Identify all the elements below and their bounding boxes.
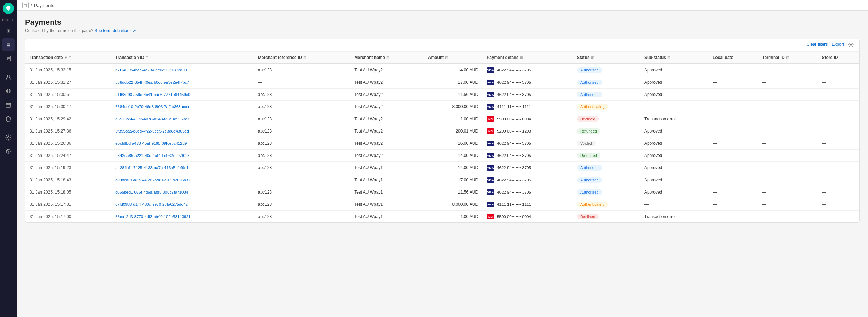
cell-terminal-id-10: — xyxy=(758,186,817,198)
cell-merchant-ref-2: abc123 xyxy=(254,89,350,101)
cell-merchant-ref-7: abc123 xyxy=(254,150,350,162)
cell-transaction-id-11: c7fd0988-d1f4-480c-99c0-23fa0275dc42 xyxy=(111,198,254,211)
transaction-id-link-11[interactable]: c7fd0988-d1f4-480c-99c0-23fa0275dc42 xyxy=(115,202,188,206)
filter-icon-amount[interactable]: ⊞ xyxy=(445,56,448,60)
status-badge-4: Declined xyxy=(577,116,599,122)
clear-filters-link[interactable]: Clear filters xyxy=(807,42,828,48)
cell-amount-3: 8,000.00 AUD xyxy=(424,101,482,113)
transaction-id-link-10[interactable]: c665bed1-076f-4d6a-afd5-306c2f971034 xyxy=(115,190,188,194)
filter-icon-merchant-name[interactable]: ⊞ xyxy=(386,56,389,60)
cell-transaction-date-8: 31 Jan 2025, 15:19:23 xyxy=(25,162,111,174)
sidebar-icon-shield[interactable] xyxy=(2,113,15,125)
sort-icon-transaction-date[interactable]: ▼ xyxy=(64,56,67,59)
status-badge-6: Voided xyxy=(577,141,596,146)
sidebar-icon-help[interactable] xyxy=(2,145,15,158)
filter-icon-payment-details[interactable]: ⊞ xyxy=(520,56,523,60)
svg-point-12 xyxy=(8,137,9,138)
cell-local-date-0: — xyxy=(708,64,758,76)
transaction-id-link-3[interactable]: 6684de10-2e70-46e3-8f03-7af1c363acca xyxy=(115,105,189,109)
transaction-id-link-8[interactable]: a4284bf1-7125-4133-aa7a-416a5bfef9d1 xyxy=(115,166,188,170)
col-store-id: Store ID xyxy=(817,52,859,64)
cell-merchant-ref-10: abc123 xyxy=(254,186,350,198)
card-icon-3: VISA xyxy=(487,104,494,110)
card-num-6: 4622 94•• •••• 3705 xyxy=(497,141,531,145)
card-num-4: 5500 00•• •••• 0004 xyxy=(497,117,531,121)
filter-icon-sub-status[interactable]: ⊞ xyxy=(667,56,670,60)
col-status[interactable]: Status ⊞ xyxy=(573,52,640,64)
sidebar-icon-globe[interactable] xyxy=(2,85,15,97)
filter-icon-transaction-id[interactable]: ⊞ xyxy=(146,56,148,60)
cell-amount-4: 1.00 AUD xyxy=(424,113,482,125)
card-num-8: 4622 94•• •••• 3705 xyxy=(497,166,531,170)
col-transaction-date[interactable]: Transaction date ▼ ⊞ xyxy=(25,52,111,64)
table-settings-icon[interactable] xyxy=(848,42,854,48)
col-sub-status[interactable]: Sub-status ⊞ xyxy=(640,52,708,64)
cell-merchant-name-6: Test AU Wpay2 xyxy=(350,137,424,150)
cell-status-11: Authenticating xyxy=(573,198,640,211)
cell-amount-11: 8,000.00 AUD xyxy=(424,198,482,211)
filter-icon-terminal-id[interactable]: ⊞ xyxy=(786,56,789,60)
cell-transaction-id-9: c308cb01-a0a5-46d2-bd81-f905b2026b31 xyxy=(111,174,254,186)
cell-merchant-ref-3: abc123 xyxy=(254,101,350,113)
transaction-id-link-6[interactable]: e0cfdfbd-a473-45af-9165-09fcebc412d9 xyxy=(115,141,187,145)
filter-icon-merchant-ref-id[interactable]: ⊞ xyxy=(303,56,306,60)
sidebar-icon-reports[interactable] xyxy=(2,52,15,65)
filter-icon-transaction-date[interactable]: ⊞ xyxy=(69,56,71,60)
sidebar-icon-grid[interactable]: ⊞ xyxy=(2,24,15,37)
cell-merchant-name-1: Test AU Wpay2 xyxy=(350,76,424,89)
cell-merchant-ref-6: abc123 xyxy=(254,137,350,150)
cell-merchant-name-4: Test AU Wpay2 xyxy=(350,113,424,125)
card-num-12: 5500 00•• •••• 0004 xyxy=(497,214,531,219)
cell-local-date-1: — xyxy=(708,76,758,89)
page-title: Payments xyxy=(25,18,860,27)
cell-sub-status-6: Approved xyxy=(640,137,708,150)
col-transaction-id[interactable]: Transaction ID ⊞ xyxy=(111,52,254,64)
cell-store-id-2: — xyxy=(817,89,859,101)
col-label-transaction-id: Transaction ID xyxy=(115,55,144,60)
col-merchant-name[interactable]: Merchant name ⊞ xyxy=(350,52,424,64)
transaction-id-link-9[interactable]: c308cb01-a0a5-46d2-bd81-f905b2026b31 xyxy=(115,178,191,182)
card-num-2: 4622 94•• •••• 3705 xyxy=(497,92,531,97)
transaction-id-link-7[interactable]: 9842ea85-a221-40e2-af4d-e932d207f023 xyxy=(115,153,190,158)
cell-status-6: Voided xyxy=(573,137,640,150)
table-row: 31 Jan 2025, 15:30:17 6684de10-2e70-46e3… xyxy=(25,101,859,113)
card-icon-12: MC xyxy=(487,214,494,219)
cell-sub-status-11: — xyxy=(640,198,708,211)
transaction-id-link-4[interactable]: d5512b5f-4172-4078-b248-f33c0d9553e7 xyxy=(115,117,189,121)
transaction-id-link-5[interactable]: 6f395caa-e3cd-4f22-9ee5-7c3d8e4305ed xyxy=(115,129,189,133)
col-payment-details[interactable]: Payment details ⊞ xyxy=(482,52,573,64)
export-link[interactable]: Export xyxy=(832,42,844,48)
svg-rect-8 xyxy=(6,103,11,107)
col-terminal-id[interactable]: Terminal ID ⊞ xyxy=(758,52,817,64)
sidebar-icon-person[interactable] xyxy=(2,71,15,83)
col-amount[interactable]: Amount ⊞ xyxy=(424,52,482,64)
table-row: 31 Jan 2025, 15:17:00 88ca12d3-8770-4df3… xyxy=(25,211,859,223)
cell-local-date-12: — xyxy=(708,211,758,223)
cell-local-date-10: — xyxy=(708,186,758,198)
cell-transaction-date-11: 31 Jan 2025, 15:17:31 xyxy=(25,198,111,211)
sidebar-icon-settings[interactable] xyxy=(2,131,15,144)
cell-payment-details-8: VISA 4622 94•• •••• 3705 xyxy=(482,162,573,174)
cell-transaction-date-2: 31 Jan 2025, 15:30:51 xyxy=(25,89,111,101)
transaction-id-link-2[interactable]: e1f68d90-a59e-4c41-bac6-7771e64459e0 xyxy=(115,92,191,97)
col-merchant-ref-id[interactable]: Merchant reference ID ⊞ xyxy=(254,52,350,64)
term-definitions-link[interactable]: See term definitions ↗ xyxy=(94,28,136,33)
cell-transaction-id-1: 868ddb22-654f-40ea-b0cc-ee3e2e4f7bc7 xyxy=(111,76,254,89)
breadcrumb-separator: / xyxy=(31,3,32,8)
filter-icon-status[interactable]: ⊞ xyxy=(591,56,594,60)
status-badge-5: Refunded xyxy=(577,128,600,134)
cell-terminal-id-3: — xyxy=(758,101,817,113)
breadcrumb-home-icon[interactable]: □ xyxy=(22,2,29,8)
cell-local-date-3: — xyxy=(708,101,758,113)
sidebar-icon-payments[interactable]: ▤ xyxy=(2,38,15,51)
cell-amount-5: 200.01 AUD xyxy=(424,125,482,137)
cell-merchant-name-5: Test AU Wpay2 xyxy=(350,125,424,137)
status-badge-0: Authorised xyxy=(577,67,602,73)
transaction-id-link-12[interactable]: 88ca12d3-8770-4df3-bb40-102e53143921 xyxy=(115,214,191,219)
cell-sub-status-1: Approved xyxy=(640,76,708,89)
transaction-id-link-1[interactable]: 868ddb22-654f-40ea-b0cc-ee3e2e4f7bc7 xyxy=(115,80,189,84)
table-row: 31 Jan 2025, 15:19:23 a4284bf1-7125-4133… xyxy=(25,162,859,174)
table-row: 31 Jan 2025, 15:32:15 d7f1401c-4bcc-4a28… xyxy=(25,64,859,76)
sidebar-icon-calendar[interactable] xyxy=(2,99,15,111)
transaction-id-link-0[interactable]: d7f1401c-4bcc-4a28-8ee0-f9121372d001 xyxy=(115,68,189,72)
